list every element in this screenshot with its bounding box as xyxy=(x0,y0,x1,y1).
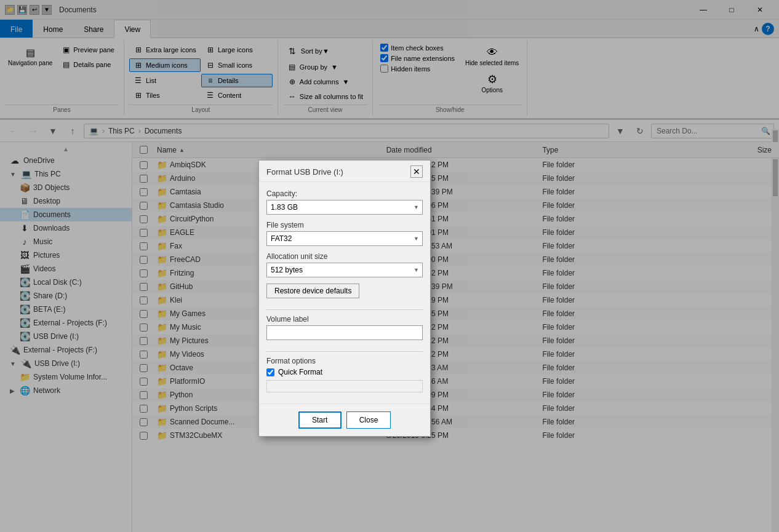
modal-title: Format USB Drive (I:) xyxy=(266,167,343,177)
close-dialog-button[interactable]: Close xyxy=(346,411,391,429)
filesystem-select[interactable]: FAT32 xyxy=(266,231,423,246)
modal-body: Capacity: 1.83 GB File system FAT32 Allo… xyxy=(259,182,430,403)
restore-defaults-button[interactable]: Restore device defaults xyxy=(266,284,359,298)
modal-close-x-button[interactable]: ✕ xyxy=(410,165,423,178)
format-dialog: Format USB Drive (I:) ✕ Capacity: 1.83 G… xyxy=(258,160,431,437)
start-button[interactable]: Start xyxy=(298,411,342,429)
filesystem-label: File system xyxy=(266,221,423,229)
filesystem-select-wrapper: FAT32 xyxy=(266,231,423,246)
modal-title-bar: Format USB Drive (I:) ✕ xyxy=(259,161,430,182)
divider-2 xyxy=(266,351,423,352)
quick-format-checkbox[interactable] xyxy=(266,368,274,376)
allocation-label: Allocation unit size xyxy=(266,252,423,261)
quick-format-label[interactable]: Quick Format xyxy=(278,368,322,376)
format-options-label: Format options xyxy=(266,357,423,365)
modal-overlay[interactable]: Format USB Drive (I:) ✕ Capacity: 1.83 G… xyxy=(0,0,779,532)
capacity-select[interactable]: 1.83 GB xyxy=(266,200,423,215)
allocation-select[interactable]: 512 bytes xyxy=(266,263,423,277)
divider-1 xyxy=(266,309,423,310)
capacity-label: Capacity: xyxy=(266,189,423,198)
quick-format-row: Quick Format xyxy=(266,368,423,376)
allocation-select-wrapper: 512 bytes xyxy=(266,263,423,277)
volume-label-input[interactable] xyxy=(266,325,423,340)
volume-label-label: Volume label xyxy=(266,315,423,324)
format-progress-bar xyxy=(266,380,423,392)
capacity-select-wrapper: 1.83 GB xyxy=(266,200,423,215)
modal-footer: Start Close xyxy=(259,403,430,436)
